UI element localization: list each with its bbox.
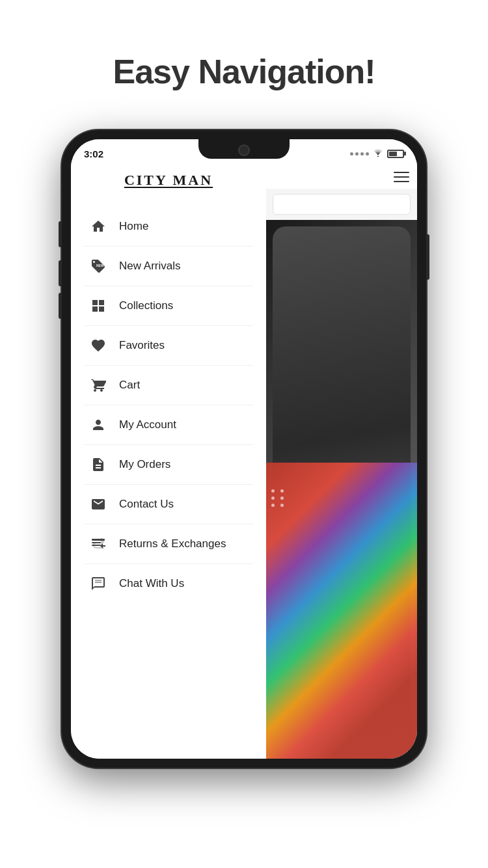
grid-icon [89, 297, 107, 315]
brand-logo-text: CITY MAN [124, 172, 213, 188]
camera-notch [238, 144, 250, 156]
menu-label-returns: Returns & Exchanges [119, 537, 226, 550]
drawer-panel: CITY MAN Home NEW New Arrivals [71, 139, 266, 759]
product-image-area [266, 220, 417, 759]
orders-icon [89, 455, 107, 474]
menu-item-home[interactable]: Home [84, 207, 253, 247]
cart-icon [89, 376, 107, 394]
status-time: 3:02 [84, 146, 103, 159]
page-title: Easy Navigation! [113, 52, 375, 91]
account-icon [89, 416, 107, 434]
menu-item-chat[interactable]: Chat With Us [84, 564, 253, 603]
dots-pattern [266, 489, 286, 507]
status-icons [350, 146, 404, 159]
menu-label-new-arrivals: New Arrivals [119, 260, 180, 273]
menu-label-favorites: Favorites [119, 339, 165, 352]
phone-screen: 3:02 [71, 139, 417, 759]
hamburger-button[interactable] [394, 172, 409, 182]
notch [198, 139, 290, 159]
menu-label-home: Home [119, 220, 148, 233]
menu-item-new-arrivals[interactable]: NEW New Arrivals [84, 247, 253, 286]
heart-icon [89, 336, 107, 355]
search-bar[interactable] [273, 194, 411, 215]
signal-icon [350, 152, 369, 156]
svg-rect-3 [92, 542, 101, 543]
menu-item-contact[interactable]: Contact Us [84, 485, 253, 524]
svg-text:NEW: NEW [96, 264, 104, 267]
menu-item-favorites[interactable]: Favorites [84, 326, 253, 366]
battery-icon [387, 150, 404, 158]
chat-icon [89, 575, 107, 593]
svg-rect-2 [92, 539, 105, 541]
new-tag-icon: NEW [89, 257, 107, 275]
product-image [266, 220, 417, 759]
graffiti-visual [266, 463, 417, 759]
menu-label-account: My Account [119, 418, 176, 431]
menu-item-collections[interactable]: Collections [84, 286, 253, 326]
menu-label-chat: Chat With Us [119, 577, 184, 590]
menu-item-account[interactable]: My Account [84, 405, 253, 445]
home-icon [89, 217, 107, 236]
menu-item-returns[interactable]: Returns & Exchanges [84, 524, 253, 564]
contact-icon [89, 495, 107, 513]
svg-rect-4 [92, 545, 101, 546]
menu-label-orders: My Orders [119, 458, 170, 471]
main-content-panel [266, 139, 417, 759]
drawer-menu: Home NEW New Arrivals Collections [71, 207, 266, 603]
menu-label-collections: Collections [119, 299, 173, 312]
menu-label-contact: Contact Us [119, 498, 174, 511]
svg-point-0 [377, 156, 379, 157]
returns-icon [89, 535, 107, 553]
drawer-logo: CITY MAN [71, 172, 266, 189]
menu-item-orders[interactable]: My Orders [84, 445, 253, 485]
menu-item-cart[interactable]: Cart [84, 366, 253, 405]
menu-label-cart: Cart [119, 379, 140, 392]
wifi-icon [373, 148, 383, 159]
phone-mockup: 3:02 [62, 130, 426, 768]
